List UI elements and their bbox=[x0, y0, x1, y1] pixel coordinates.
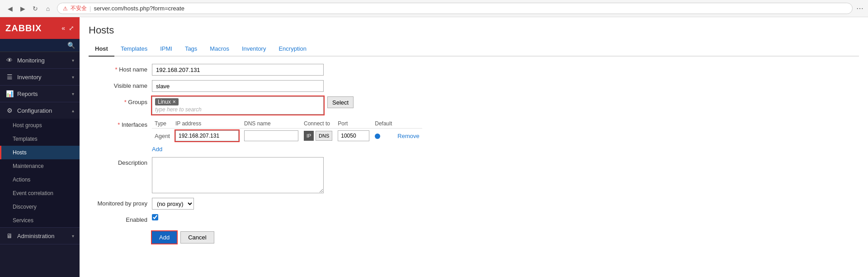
sidebar-search: 🔍 bbox=[0, 39, 80, 52]
action-buttons-row: Add Cancel bbox=[89, 228, 450, 244]
sidebar-item-discovery[interactable]: Discovery bbox=[0, 200, 80, 214]
ip-address-input[interactable] bbox=[175, 130, 239, 141]
tab-macros[interactable]: Macros bbox=[203, 42, 236, 57]
ip-button[interactable]: IP bbox=[304, 131, 314, 141]
nav-buttons: ◀ ▶ ↻ ⌂ bbox=[5, 3, 53, 14]
description-label: Description bbox=[89, 157, 147, 166]
forward-button[interactable]: ▶ bbox=[17, 3, 28, 14]
enabled-checkbox[interactable] bbox=[152, 214, 158, 220]
search-hint: type here to search bbox=[155, 106, 321, 113]
sidebar-item-templates[interactable]: Templates bbox=[0, 132, 80, 146]
inventory-icon: ☰ bbox=[5, 73, 14, 81]
chevron-down-icon: ▾ bbox=[72, 75, 74, 80]
logo-icons: « ⤢ bbox=[61, 24, 74, 32]
reports-icon: 📊 bbox=[5, 90, 14, 97]
add-button[interactable]: Add bbox=[152, 231, 177, 244]
proxy-select[interactable]: (no proxy) bbox=[152, 198, 194, 210]
host-name-input[interactable] bbox=[152, 64, 324, 76]
groups-wrapper: Linux × type here to search Select bbox=[152, 96, 450, 115]
interface-type: Agent bbox=[152, 129, 173, 143]
sidebar-item-reports[interactable]: 📊 Reports ▾ bbox=[0, 86, 80, 102]
host-name-label: Host name bbox=[89, 64, 147, 73]
search-icon[interactable]: 🔍 bbox=[67, 42, 75, 49]
logo-text: ZABBIX bbox=[5, 23, 42, 33]
col-connect: Connect to bbox=[301, 119, 335, 129]
sidebar-item-monitoring[interactable]: 👁 Monitoring ▾ bbox=[0, 52, 80, 68]
remove-interface-link[interactable]: Remove bbox=[397, 133, 419, 139]
dns-name-input[interactable] bbox=[244, 130, 298, 141]
tab-host[interactable]: Host bbox=[89, 42, 114, 57]
back-button[interactable]: ◀ bbox=[5, 3, 15, 14]
host-name-row: Host name bbox=[89, 64, 450, 76]
sidebar-item-administration[interactable]: 🖥 Administration ▾ bbox=[0, 228, 80, 244]
enabled-row: Enabled bbox=[89, 214, 450, 223]
sidebar-item-configuration[interactable]: ⚙ Configuration ▴ bbox=[0, 102, 80, 119]
col-type: Type bbox=[152, 119, 173, 129]
sidebar-nav: 👁 Monitoring ▾ ☰ Inventory ▾ 📊 Reports ▾ bbox=[0, 52, 80, 277]
sidebar-item-label: Reports bbox=[17, 91, 68, 97]
group-tag-linux: Linux × bbox=[155, 98, 179, 105]
proxy-label: Monitored by proxy bbox=[89, 198, 147, 207]
browser-actions: ⋯ bbox=[856, 4, 863, 13]
proxy-row: Monitored by proxy (no proxy) bbox=[89, 198, 450, 210]
more-button[interactable]: ⋯ bbox=[856, 4, 863, 13]
col-dns: DNS name bbox=[241, 119, 301, 129]
monitoring-icon: 👁 bbox=[5, 57, 14, 64]
refresh-button[interactable]: ↻ bbox=[30, 3, 41, 14]
col-port: Port bbox=[335, 119, 372, 129]
home-button[interactable]: ⌂ bbox=[42, 3, 53, 14]
sidebar-item-services[interactable]: Services bbox=[0, 214, 80, 227]
collapse-icon[interactable]: « bbox=[61, 24, 65, 32]
enabled-label: Enabled bbox=[89, 214, 147, 223]
configuration-sub-items: Host groups Templates Hosts Maintenance … bbox=[0, 119, 80, 227]
address-bar[interactable]: ⚠ 不安全 | server.com/hosts.php?form=create bbox=[57, 3, 853, 14]
sidebar-item-maintenance[interactable]: Maintenance bbox=[0, 159, 80, 173]
interfaces-row: Interfaces Type IP address DNS name Conn… bbox=[89, 119, 450, 153]
tabs: Host Templates IPMI Tags Macros Inventor… bbox=[89, 42, 859, 57]
cancel-button[interactable]: Cancel bbox=[180, 231, 214, 244]
agent-interface-row: Agent IP DNS bbox=[152, 129, 422, 143]
nav-section-monitoring: 👁 Monitoring ▾ bbox=[0, 52, 80, 69]
tag-label: Linux bbox=[158, 99, 171, 105]
tab-tags[interactable]: Tags bbox=[179, 42, 203, 57]
chevron-up-icon: ▴ bbox=[72, 108, 74, 113]
sidebar-item-actions[interactable]: Actions bbox=[0, 173, 80, 186]
description-row: Description bbox=[89, 157, 450, 193]
nav-section-reports: 📊 Reports ▾ bbox=[0, 86, 80, 102]
expand-icon[interactable]: ⤢ bbox=[69, 24, 74, 32]
groups-label: Groups bbox=[89, 96, 147, 105]
tag-remove-icon[interactable]: × bbox=[173, 99, 176, 105]
visible-name-row: Visible name bbox=[89, 80, 450, 92]
default-radio[interactable] bbox=[375, 134, 380, 139]
select-button[interactable]: Select bbox=[327, 96, 354, 108]
interfaces-table-wrapper: Type IP address DNS name Connect to Port… bbox=[152, 119, 422, 153]
host-name-input-wrapper bbox=[152, 64, 324, 76]
url-text: server.com/hosts.php?form=create bbox=[94, 5, 184, 12]
main-content: Hosts Host Templates IPMI Tags Macros In… bbox=[80, 17, 868, 277]
tab-templates[interactable]: Templates bbox=[114, 42, 154, 57]
port-input[interactable] bbox=[338, 130, 369, 141]
search-input[interactable] bbox=[5, 42, 67, 49]
tab-encryption[interactable]: Encryption bbox=[272, 42, 312, 57]
sidebar-item-label: Configuration bbox=[17, 107, 68, 114]
description-textarea[interactable] bbox=[152, 157, 324, 193]
chevron-down-icon: ▾ bbox=[72, 234, 74, 239]
add-interface-link[interactable]: Add bbox=[152, 146, 162, 153]
tab-ipmi[interactable]: IPMI bbox=[154, 42, 179, 57]
sidebar-logo: ZABBIX « ⤢ bbox=[0, 17, 80, 39]
security-label: 不安全 bbox=[71, 5, 87, 12]
visible-name-label: Visible name bbox=[89, 80, 147, 89]
visible-name-input-wrapper bbox=[152, 80, 324, 92]
dns-button[interactable]: DNS bbox=[316, 131, 332, 141]
page-title: Hosts bbox=[89, 24, 859, 36]
sidebar-item-hosts[interactable]: Hosts bbox=[0, 146, 80, 159]
sidebar-item-event-correlation[interactable]: Event correlation bbox=[0, 186, 80, 200]
sidebar-item-host-groups[interactable]: Host groups bbox=[0, 119, 80, 132]
col-default: Default bbox=[372, 119, 395, 129]
col-ip: IP address bbox=[173, 119, 241, 129]
administration-icon: 🖥 bbox=[5, 232, 14, 239]
sidebar-item-inventory[interactable]: ☰ Inventory ▾ bbox=[0, 69, 80, 85]
tab-inventory[interactable]: Inventory bbox=[236, 42, 272, 57]
visible-name-input[interactable] bbox=[152, 80, 324, 92]
groups-input-area[interactable]: Linux × type here to search bbox=[152, 96, 324, 115]
